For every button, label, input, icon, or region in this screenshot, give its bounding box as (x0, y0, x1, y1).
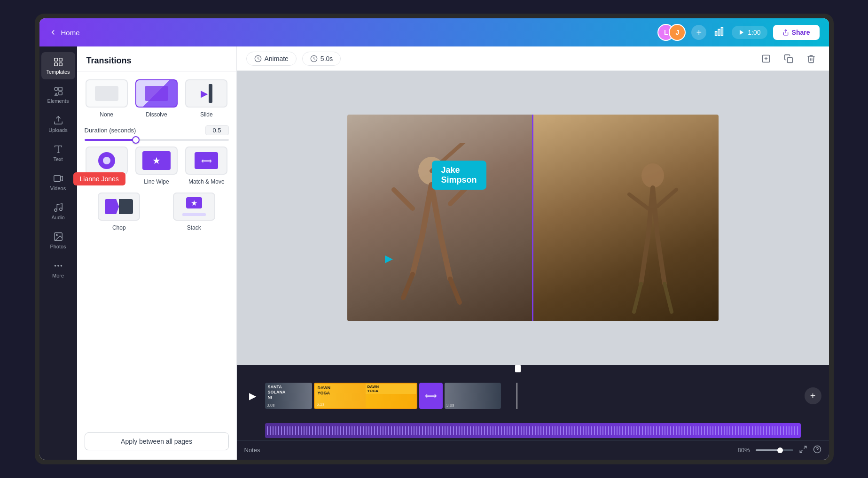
bottom-right: 80% (737, 445, 821, 455)
jake-simpson-label: Jake Simpson (432, 161, 486, 190)
timeline-tracks: ▶ SANTASOLANANI 3.8s (237, 369, 829, 423)
add-page-button[interactable] (758, 50, 774, 67)
duration-label: Duration (seconds) (85, 127, 136, 134)
transition-none-label: None (100, 111, 113, 118)
sidebar-label-text: Text (53, 156, 63, 162)
transition-match-move[interactable]: ⟺ Match & Move (184, 146, 228, 185)
sidebar-label-elements: Elements (47, 98, 69, 104)
svg-point-22 (54, 265, 56, 267)
transition-dissolve[interactable]: Dissolve (134, 79, 179, 118)
duplicate-button[interactable] (780, 50, 797, 67)
templates-icon (53, 57, 63, 67)
delete-button[interactable] (803, 50, 820, 67)
svg-point-21 (56, 234, 57, 236)
svg-point-23 (57, 265, 59, 267)
avatar-2[interactable]: J (669, 24, 686, 41)
transitions-row-2: Circle Wipe ★ Line Wipe ⟺ (77, 146, 236, 193)
fit-screen-icon[interactable] (799, 445, 807, 455)
transition-none[interactable]: None (85, 79, 129, 118)
svg-marker-3 (740, 30, 743, 35)
svg-point-9 (54, 87, 57, 91)
sidebar-item-elements[interactable]: Elements (41, 81, 75, 108)
audio-waveform (267, 426, 799, 435)
sidebar-item-templates[interactable]: Templates (41, 52, 75, 79)
sidebar-label-templates: Templates (46, 69, 70, 75)
sidebar-label-videos: Videos (50, 185, 66, 191)
canvas-area: Animate 5.0s (237, 46, 829, 460)
transition-line-wipe[interactable]: ★ Line Wipe (134, 146, 179, 185)
svg-rect-12 (58, 92, 62, 95)
preview-divider (532, 115, 533, 321)
sidebar-item-text[interactable]: Text (41, 139, 75, 167)
animate-icon (254, 55, 262, 62)
transition-clip-icon: ⟺ (425, 391, 437, 401)
zoom-slider[interactable] (756, 449, 793, 451)
top-bar-right: L J + 1:00 Share (657, 24, 819, 41)
transition-chop-label: Chop (112, 224, 126, 231)
svg-rect-5 (54, 58, 57, 61)
audio-track (265, 423, 801, 438)
transitions-row-3: Chop ★ Stack (77, 193, 236, 239)
tooltip-lianne: Lianne Jones (73, 172, 125, 185)
uploads-icon (53, 115, 63, 125)
timeline-area: ▶ SANTASOLANANI 3.8s (237, 365, 829, 440)
clip-2-text: DAWNYOGA (318, 385, 331, 396)
notes-label: Notes (244, 447, 260, 454)
time-button[interactable]: 5.0s (302, 52, 341, 66)
slide-thumb: ▶ (185, 79, 227, 108)
clip-2-duration: 6.2s (317, 402, 325, 407)
timeline-clip-1[interactable]: SANTASOLANANI 3.8s (265, 383, 312, 409)
share-icon (782, 29, 789, 36)
home-button[interactable]: Home (49, 28, 80, 37)
timeline-clip-2[interactable]: DAWNYOGA 6.2s DAWNYOGA (314, 383, 417, 409)
apply-all-button[interactable]: Apply between all pages (85, 432, 229, 450)
duration-slider[interactable] (85, 139, 229, 141)
timeline-needle (516, 383, 517, 409)
svg-rect-30 (787, 57, 792, 62)
analytics-icon[interactable] (712, 24, 726, 41)
timeline-playhead[interactable] (515, 365, 521, 372)
sidebar-item-more[interactable]: More (41, 256, 75, 283)
play-time-button[interactable]: 1:00 (732, 26, 767, 39)
transition-chop[interactable]: Chop (85, 193, 154, 231)
chop-thumb (98, 193, 140, 221)
timeline-transition-clip[interactable]: ⟺ (419, 383, 443, 409)
circle-wipe-thumb (86, 146, 128, 175)
sidebar-item-uploads[interactable]: Uploads (41, 110, 75, 138)
add-clip-button[interactable]: + (805, 387, 821, 404)
sidebar-item-audio[interactable]: Audio (41, 198, 75, 225)
play-icon (738, 29, 745, 36)
photos-icon (53, 231, 63, 242)
svg-rect-6 (59, 58, 62, 61)
sidebar-label-uploads: Uploads (48, 127, 67, 133)
add-collaborator-button[interactable]: + (691, 25, 706, 40)
transitions-row-1: None Dissolve ▶ (77, 72, 236, 125)
sidebar-label-more: More (52, 273, 64, 278)
yoga-figure-right (606, 152, 700, 321)
preview-left (347, 115, 532, 321)
transition-line-wipe-label: Line Wipe (144, 178, 169, 185)
share-label: Share (792, 29, 810, 36)
transition-stack[interactable]: ★ Stack (159, 193, 229, 231)
stack-thumb: ★ (173, 193, 215, 221)
transition-slide[interactable]: ▶ Slide (184, 79, 228, 118)
share-button[interactable]: Share (773, 25, 820, 40)
timeline-play-button[interactable]: ▶ (244, 387, 261, 404)
svg-line-34 (804, 446, 806, 448)
back-icon (49, 28, 57, 37)
clip-4-duration: 3.8s (446, 403, 454, 408)
sidebar-label-photos: Photos (50, 244, 66, 249)
top-bar: Home L J + 1:00 (39, 18, 829, 46)
preview-right (533, 115, 719, 321)
sidebar-item-videos[interactable]: Videos Lianne Jones (41, 169, 75, 196)
sidebar-item-photos[interactable]: Photos (41, 227, 75, 254)
help-icon[interactable] (813, 445, 821, 455)
timeline-clip-4[interactable]: 3.8s (445, 383, 501, 409)
transitions-panel: Transitions None Dissolve (77, 46, 237, 460)
transition-dissolve-label: Dissolve (146, 111, 167, 118)
animate-button[interactable]: Animate (246, 52, 297, 66)
home-label: Home (61, 29, 80, 37)
panel-title: Transitions (77, 46, 236, 72)
duration-value[interactable]: 0.5 (205, 125, 229, 135)
svg-marker-11 (55, 93, 57, 96)
